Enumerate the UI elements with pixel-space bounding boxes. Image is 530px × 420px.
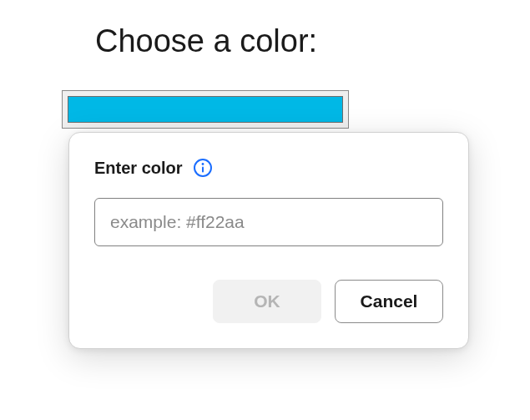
color-swatch-button[interactable] (62, 90, 349, 129)
color-entry-dialog: Enter color OK Cancel (68, 132, 469, 349)
svg-rect-2 (202, 167, 204, 173)
cancel-button-label: Cancel (361, 291, 418, 311)
svg-point-1 (201, 163, 204, 165)
info-icon[interactable] (193, 158, 213, 178)
dialog-title: Enter color (94, 159, 183, 178)
page-title: Choose a color: (95, 23, 317, 59)
cancel-button[interactable]: Cancel (335, 280, 443, 323)
color-input[interactable] (94, 198, 443, 246)
ok-button-label: OK (254, 291, 280, 311)
dialog-header: Enter color (94, 158, 443, 178)
ok-button[interactable]: OK (213, 280, 321, 323)
dialog-actions: OK Cancel (94, 280, 443, 323)
color-swatch-preview (68, 96, 343, 123)
